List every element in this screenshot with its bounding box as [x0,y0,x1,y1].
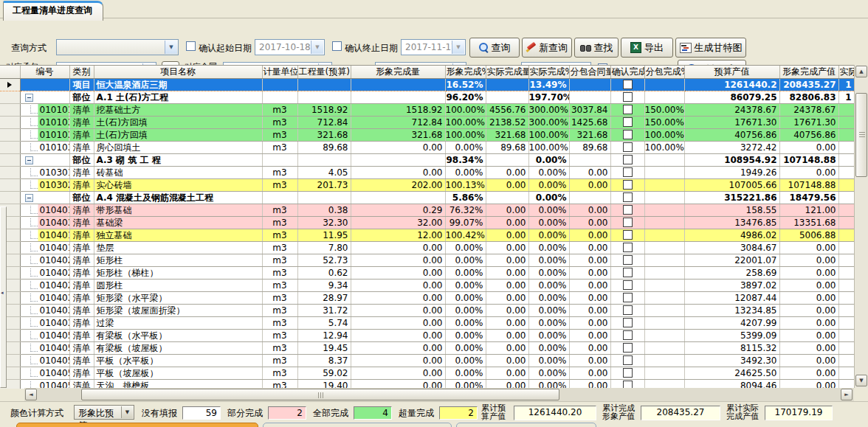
cell-col-val-visual[interactable]: 17671.30 [779,117,838,129]
cell-col-qty-subcontract[interactable]: 0.00 [569,280,610,292]
generate-gantt-button[interactable]: 生成甘特图 [675,38,746,58]
cell-col-confirm[interactable] [610,342,644,355]
cell-col-qty-subcontract[interactable]: 0.00 [569,330,610,342]
cell-col-pct-visual[interactable]: 0.00% [445,242,486,254]
cell-col-no[interactable]: 010302 [20,179,69,192]
cell-col-pct-visual[interactable]: 0.00% [445,267,486,280]
cell-col-pct-subcontract[interactable] [644,280,684,292]
cell-col-qty-visual[interactable]: 321.68 [351,129,445,142]
confirm-checkbox[interactable] [623,368,633,378]
cell-col-val-budget[interactable]: 86079.25 [684,91,779,104]
confirm-checkbox[interactable] [623,130,633,139]
cell-col-no[interactable]: 010402 [20,280,69,292]
query-mode-select[interactable] [56,39,179,55]
confirm-checkbox[interactable] [623,343,633,353]
end-date-field[interactable]: 2017-11-17 [401,39,466,55]
cell-col-name[interactable]: 圆形柱 [94,280,262,292]
cell-col-qty-budget[interactable]: 4.05 [297,167,351,179]
cell-col-pct-visual[interactable]: 0.00% [445,167,486,179]
cell-col-val-budget[interactable]: 40756.86 [684,129,779,142]
cell-col-val-actual[interactable] [838,129,854,142]
cell-col-val-actual[interactable] [838,292,854,305]
cell-col-qty-subcontract[interactable]: 0.00 [569,254,610,267]
cell-col-val-visual[interactable]: 0.00 [779,280,838,292]
cell-col-qty-subcontract[interactable]: 0.00 [569,167,610,179]
cell-col-unit[interactable] [262,192,297,204]
confirm-start-checkbox[interactable] [186,41,196,51]
cell-col-qty-budget[interactable]: 0.62 [297,267,351,280]
cell-col-confirm[interactable] [610,330,644,342]
cell-col-pct-visual[interactable]: 0.00% [445,254,486,267]
cell-col-val-actual[interactable]: 1 [838,91,854,104]
chevron-down-icon[interactable] [452,41,464,54]
cell-col-pct-visual[interactable]: 0.00% [445,280,486,292]
cell-col-no[interactable]: 010403 [20,217,69,229]
cell-col-pct-subcontract[interactable] [644,167,684,179]
cell-col-name[interactable]: 平板（水平板） [94,355,262,367]
cell-col-val-actual[interactable] [838,367,854,380]
cell-col-no[interactable]: 010103 [20,117,69,129]
cell-col-val-actual[interactable] [838,267,854,280]
start-date-field[interactable]: 2017-10-18 [255,39,325,55]
cell-col-unit[interactable]: m3 [262,342,297,355]
cell-col-confirm[interactable] [610,242,644,254]
cell-col-no[interactable]: 010103 [20,129,69,142]
cell-col-qty-visual[interactable]: 0.00 [351,142,445,154]
cell-col-qty-actual[interactable]: 0.00 [486,280,528,292]
cell-col-val-budget[interactable]: 24378.67 [684,104,779,117]
cell-col-confirm[interactable] [610,142,644,154]
cell-col-unit[interactable] [262,79,297,91]
cell-col-pct-visual[interactable]: 0.00% [445,355,486,367]
cell-col-pct-actual[interactable]: 0.00% [528,179,569,192]
cell-col-qty-budget[interactable]: 11.95 [297,229,351,242]
cell-col-qty-budget[interactable]: 7.80 [297,242,351,254]
cell-col-qty-visual[interactable]: 0.00 [351,330,445,342]
confirm-checkbox[interactable] [623,80,633,89]
cell-col-qty-budget[interactable]: 12.94 [297,330,351,342]
cell-col-pct-visual[interactable]: 0.00% [445,305,486,317]
export-button[interactable]: 导出 [621,38,673,58]
cell-col-val-visual[interactable]: 0.00 [779,317,838,330]
cell-col-pct-visual[interactable]: 99.07% [445,217,486,229]
cell-col-pct-visual[interactable]: 100.00% [445,117,486,129]
cell-col-name[interactable]: 矩形梁（坡屋面折梁） [94,305,262,317]
cell-col-pct-visual[interactable]: 76.32% [445,204,486,217]
horizontal-scrollbar[interactable]: ◄ ► [24,388,854,401]
cell-col-qty-actual[interactable]: 0.00 [486,179,528,192]
cell-col-val-visual[interactable]: 13351.68 [779,217,838,229]
cell-col-pct-actual[interactable]: 0.00% [528,267,569,280]
cell-col-unit[interactable]: m3 [262,117,297,129]
cell-col-pct-subcontract[interactable]: 150.00% [644,117,684,129]
cell-col-name[interactable]: 矩形梁（水平梁） [94,292,262,305]
cell-row-selector[interactable] [0,192,20,204]
bottom-partial-tab[interactable] [263,423,452,427]
cell-col-qty-budget[interactable]: 31.72 [297,305,351,317]
cell-col-val-visual[interactable]: 18479.56 [779,192,838,204]
cell-col-unit[interactable]: m3 [262,367,297,380]
cell-col-unit[interactable]: m3 [262,104,297,117]
cell-col-confirm[interactable] [610,217,644,229]
cell-col-qty-subcontract[interactable]: 0.00 [569,179,610,192]
cell-col-pct-subcontract[interactable]: 150.00% [644,104,684,117]
cell-col-qty-actual[interactable]: 0.00 [486,217,528,229]
cell-col-pct-actual[interactable]: 0.00% [528,167,569,179]
cell-col-pct-visual[interactable]: 0.00% [445,292,486,305]
scroll-up-button[interactable]: ▲ [855,66,867,77]
cell-col-pct-subcontract[interactable] [644,179,684,192]
cell-col-name[interactable]: A.3 砌 筑 工 程 [94,154,262,167]
cell-col-qty-visual[interactable] [351,154,445,167]
cell-col-qty-budget[interactable]: 5.74 [297,317,351,330]
cell-col-unit[interactable]: m3 [262,355,297,367]
cell-col-confirm[interactable] [610,229,644,242]
cell-col-qty-actual[interactable]: 0.00 [486,355,528,367]
cell-col-qty-subcontract[interactable] [569,192,610,204]
cell-col-qty-budget[interactable] [297,154,351,167]
bottom-partial-tab[interactable] [456,423,596,427]
confirm-checkbox[interactable] [623,205,633,215]
confirm-checkbox[interactable] [623,180,633,190]
cell-col-val-visual[interactable]: 0.00 [779,267,838,280]
cell-col-category[interactable]: 清单 [69,330,94,342]
scroll-right-button[interactable]: ► [841,389,852,400]
cell-col-category[interactable]: 清单 [69,229,94,242]
cell-col-pct-actual[interactable]: 0.00% [528,367,569,380]
